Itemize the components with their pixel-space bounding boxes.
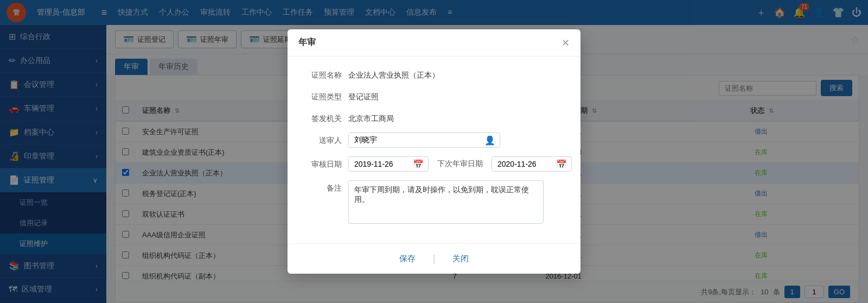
review-date-field: 📅 (348, 156, 429, 172)
notes-textarea[interactable]: 年审下周到期，请及时操作，以免到期，耽误正常使用。 (348, 180, 544, 224)
next-review-date-input[interactable] (492, 157, 552, 171)
issuer-value: 北京市工商局 (348, 111, 394, 124)
modal-dialog: 年审 ✕ 证照名称 企业法人营业执照（正本） 证照类型 登记证照 签发机关 北京… (288, 29, 580, 274)
date-row: 📅 下次年审日期 📅 (348, 156, 572, 172)
next-review-date-field: 📅 (492, 156, 572, 172)
submitter-input[interactable] (349, 133, 480, 147)
modal-body: 证照名称 企业法人营业执照（正本） 证照类型 登记证照 签发机关 北京市工商局 … (288, 56, 580, 243)
form-row-license-name: 证照名称 企业法人营业执照（正本） (303, 67, 565, 80)
form-row-dates: 审核日期 📅 下次年审日期 📅 (303, 156, 565, 172)
submitter-label: 送审人 (303, 132, 342, 146)
license-name-value: 企业法人营业执照（正本） (348, 67, 439, 80)
form-row-license-type: 证照类型 登记证照 (303, 89, 565, 102)
issuer-label: 签发机关 (303, 111, 342, 124)
license-type-label: 证照类型 (303, 89, 342, 102)
modal-title: 年审 (298, 37, 316, 48)
review-date-label: 审核日期 (303, 156, 342, 169)
license-type-value: 登记证照 (348, 89, 379, 102)
calendar-icon[interactable]: 📅 (409, 159, 428, 169)
modal-footer: 保存 | 关闭 (288, 243, 580, 274)
modal-header: 年审 ✕ (288, 29, 580, 56)
next-review-date-label: 下次年审日期 (437, 159, 483, 169)
modal-close-footer-button[interactable]: 关闭 (446, 251, 475, 266)
modal-overlay: 年审 ✕ 证照名称 企业法人营业执照（正本） 证照类型 登记证照 签发机关 北京… (0, 0, 868, 303)
license-name-label: 证照名称 (303, 67, 342, 80)
person-icon[interactable]: 👤 (480, 135, 500, 146)
footer-divider: | (433, 253, 436, 264)
review-date-input[interactable] (349, 157, 409, 171)
calendar-icon-2[interactable]: 📅 (552, 159, 571, 169)
form-row-issuer: 签发机关 北京市工商局 (303, 111, 565, 124)
modal-close-button[interactable]: ✕ (561, 38, 570, 48)
modal-save-button[interactable]: 保存 (393, 251, 422, 266)
form-row-notes: 备注 年审下周到期，请及时操作，以免到期，耽误正常使用。 (303, 180, 565, 224)
form-row-submitter: 送审人 👤 (303, 132, 565, 148)
notes-label: 备注 (303, 180, 342, 193)
submitter-input-wrapper: 👤 (348, 132, 500, 148)
